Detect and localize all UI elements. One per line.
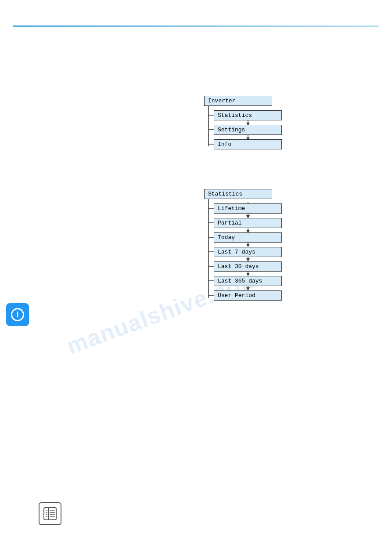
svg-rect-29 xyxy=(44,508,56,520)
last365-box: Last 365 days xyxy=(214,276,282,286)
svg-marker-28 xyxy=(246,287,250,290)
today-box: Today xyxy=(214,232,282,243)
diagram2-connectors xyxy=(0,0,392,352)
last7-box: Last 7 days xyxy=(214,247,282,257)
info-badge: i xyxy=(6,303,29,326)
book-svg xyxy=(42,506,58,522)
book-icon xyxy=(39,502,61,525)
lifetime-box: Lifetime xyxy=(214,203,282,214)
userperiod-box: User Period xyxy=(214,290,282,301)
info-icon: i xyxy=(11,308,24,321)
partial-box: Partial xyxy=(214,218,282,228)
diagram2: Statistics Lifetime Partial Today Last 7… xyxy=(0,0,392,352)
statistics-box: Statistics xyxy=(204,189,272,199)
last30-box: Last 30 days xyxy=(214,261,282,272)
